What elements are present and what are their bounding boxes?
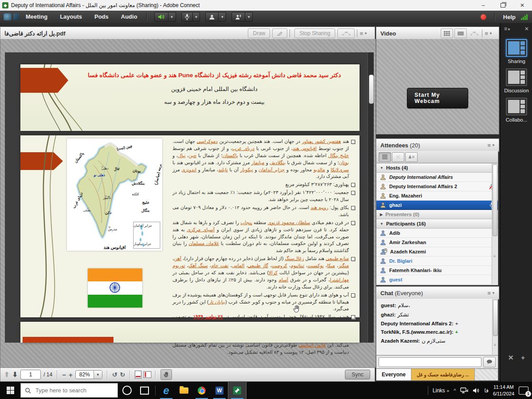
taskbar-adobe-connect[interactable]	[228, 382, 246, 399]
zoom-level-dropdown[interactable]: 82% ▼	[75, 370, 102, 379]
attendee-row[interactable]: Adib	[376, 229, 498, 238]
taskbar-clock[interactable]: 11:14 AM6/11/2024	[493, 384, 514, 397]
taskbar-file-explorer[interactable]	[175, 382, 193, 399]
volume-icon[interactable]	[473, 387, 480, 394]
search-input[interactable]	[35, 387, 103, 394]
taskbar-word[interactable]: W	[211, 382, 228, 399]
fullscreen-button[interactable]: ⤢⤡	[337, 28, 355, 38]
taskbar-chrome[interactable]	[193, 382, 211, 399]
attendee-row[interactable]: Dr. Biglari	[376, 257, 498, 266]
attendees-pod-options-menu[interactable]: ≡▼	[487, 142, 495, 149]
chat-message-input[interactable]	[379, 357, 481, 367]
breakout-view-button[interactable]: ⤬	[392, 152, 404, 162]
attendee-person-icon	[380, 174, 386, 180]
status-button[interactable]	[231, 12, 245, 22]
menu-bar: Meeting Layouts Pods Audio ▼ ▼ ▼ ▼	[0, 11, 532, 23]
recording-indicator-icon[interactable]	[481, 14, 486, 20]
stop-sharing-button[interactable]: Stop Sharing	[294, 28, 335, 38]
menu-meeting[interactable]: Meeting	[20, 11, 54, 23]
add-layout-icon[interactable]: +	[521, 354, 525, 362]
attendee-row[interactable]: Deputy International Affairs 2	[376, 182, 498, 191]
start-webcam-button[interactable]: Start My Webcam	[407, 88, 468, 108]
pdf-toolbar: ⬆ ⬇ / 14 − + 82% ▼ ↺ ↻ Sync	[0, 367, 375, 382]
microphone-dropdown[interactable]: ▼	[193, 12, 200, 22]
menu-pods[interactable]: Pods	[88, 11, 115, 23]
page-down-button[interactable]: ⬇	[12, 371, 18, 379]
network-icon[interactable]	[460, 387, 468, 394]
show-hidden-icons-chevron[interactable]: ^	[454, 388, 456, 393]
attendee-row[interactable]: Azadeh Kazemi	[376, 247, 498, 257]
rail-close-icon[interactable]: ✕	[524, 26, 529, 32]
slide-red-tag	[23, 337, 113, 343]
filmstrip-view-icon[interactable]	[454, 28, 467, 38]
close-button[interactable]: ✕	[512, 0, 532, 11]
status-dropdown[interactable]: ▼	[245, 12, 253, 22]
fit-page-button[interactable]	[135, 371, 141, 379]
pod-options-menu[interactable]: ≡▼	[360, 30, 368, 37]
taskbar-search[interactable]	[20, 383, 118, 398]
hosts-section-header[interactable]: ▼Hosts (4)	[376, 163, 498, 173]
layout-item-sharing[interactable]: Sharing	[501, 39, 532, 64]
video-pod-options-menu[interactable]: ≡▼	[485, 30, 493, 37]
redo-button[interactable]: ↻	[120, 371, 125, 378]
menu-layouts[interactable]: Layouts	[54, 11, 88, 23]
presenters-section-header[interactable]: ▶Presenters (0)	[376, 210, 498, 219]
microphone-button[interactable]	[181, 12, 193, 22]
attendee-row[interactable]: Amir Zarkeshan	[376, 238, 498, 247]
bullet-text: پهناوری: ۳٬۲۸۷٬۲۶۳ کیلومتر مربع	[286, 181, 349, 188]
language-indicator[interactable]: فا	[484, 387, 488, 394]
action-center-icon[interactable]: 1	[519, 387, 528, 395]
participants-section-header[interactable]: ▼Participants (16)	[376, 219, 498, 229]
webcam-dropdown[interactable]: ▼	[219, 12, 226, 22]
scrollbar-thumb[interactable]	[369, 75, 374, 104]
chat-pod-options-menu[interactable]: ≡▼	[487, 290, 495, 296]
speaker-button[interactable]	[154, 12, 168, 22]
grid-view-icon[interactable]	[441, 28, 453, 38]
delete-layout-icon[interactable]: ✕	[508, 354, 514, 362]
taskbar-edge[interactable]: e	[157, 382, 175, 399]
minimize-button[interactable]: –	[473, 0, 493, 11]
attendee-row[interactable]: Fatemeh Khanlari- ikiu	[376, 266, 498, 275]
page-up-button[interactable]: ⬆	[4, 371, 10, 379]
attendee-row[interactable]: ghazi	[376, 201, 498, 210]
connection-signal-icon[interactable]	[521, 14, 528, 20]
zoom-in-button[interactable]: +	[69, 371, 73, 378]
hand-tool-button[interactable]	[160, 369, 172, 380]
menu-audio[interactable]: Audio	[115, 11, 144, 23]
webcam-button[interactable]	[205, 12, 219, 22]
document-scrollbar[interactable]	[368, 52, 374, 343]
attendees-scrollbar[interactable]: ≡	[492, 163, 497, 284]
chat-tab-private[interactable]: ... رضای‌فاطمه جسک و غل	[411, 369, 475, 380]
attendee-row[interactable]: guest	[376, 275, 498, 284]
search-icon	[25, 387, 31, 394]
divider	[57, 370, 58, 379]
cortana-button[interactable]	[118, 382, 136, 399]
sync-button[interactable]: Sync	[345, 370, 370, 379]
draw-button[interactable]: Draw	[248, 28, 270, 38]
links-toolbar[interactable]: Links »	[433, 387, 449, 394]
cortana-icon	[122, 386, 132, 395]
pointer-tool-button[interactable]	[272, 28, 287, 38]
task-view-button[interactable]	[136, 382, 153, 399]
video-fullscreen-icon[interactable]: ⤢⤡	[468, 29, 480, 38]
undo-button[interactable]: ↺	[112, 371, 117, 378]
start-button[interactable]	[0, 382, 20, 399]
fit-width-button[interactable]	[144, 371, 152, 378]
layout-item-discussion[interactable]: Discussion	[501, 68, 532, 93]
restore-button[interactable]	[493, 0, 512, 11]
speaker-dropdown[interactable]: ▼	[168, 12, 176, 22]
help-menu[interactable]: Help	[503, 14, 516, 20]
attendee-status-view-button[interactable]: ♟≡	[405, 152, 418, 162]
page-number-input[interactable]	[20, 370, 41, 379]
send-message-button[interactable]	[483, 357, 496, 367]
attendee-list-view-button[interactable]	[379, 152, 391, 162]
layout-item-collabo[interactable]: Collabo...	[501, 98, 532, 122]
chat-input-row	[376, 356, 498, 369]
attendee-row[interactable]: Deputy International Affairs	[376, 173, 498, 182]
attendee-row[interactable]: Eng. Mazaheri	[376, 191, 498, 201]
chat-scrollbar[interactable]: ≡	[492, 299, 498, 355]
chat-tab-everyone[interactable]: Everyone	[376, 369, 411, 380]
rail-options-menu[interactable]: ≡▼	[504, 26, 511, 32]
zoom-out-button[interactable]: −	[62, 371, 66, 378]
hand-cursor-icon	[293, 305, 300, 313]
